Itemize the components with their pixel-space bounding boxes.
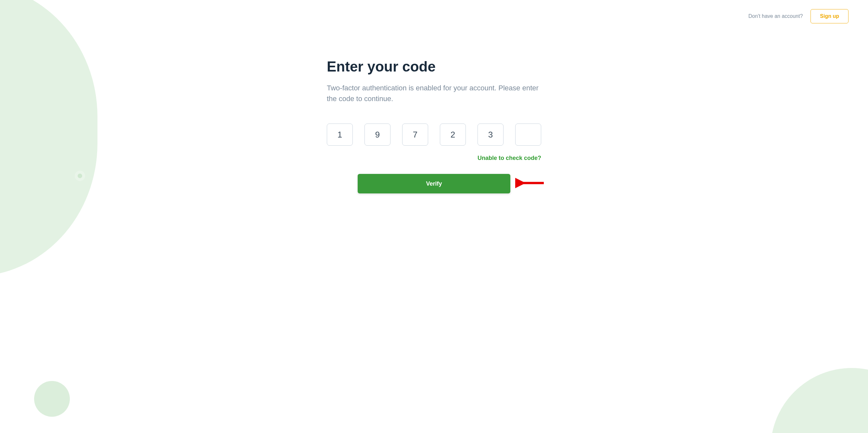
background-circle-small: [34, 381, 70, 417]
main-content: Enter your code Two-factor authenticatio…: [320, 59, 548, 194]
unable-to-check-link[interactable]: Unable to check code?: [477, 155, 541, 161]
page-subtitle: Two-factor authentication is enabled for…: [327, 83, 541, 104]
arrow-annotation-icon: [515, 176, 547, 191]
code-digit-5[interactable]: [477, 123, 503, 146]
code-digit-3[interactable]: [402, 123, 428, 146]
verify-button[interactable]: Verify: [358, 174, 510, 194]
code-digit-4[interactable]: [440, 123, 466, 146]
background-shape-left: [0, 0, 97, 276]
signup-prompt-text: Don't have an account?: [748, 13, 803, 19]
verify-button-container: Verify: [327, 174, 541, 194]
header: Don't have an account? Sign up: [0, 0, 868, 32]
code-digit-6[interactable]: [515, 123, 541, 146]
background-circle-tiny: [75, 171, 85, 181]
code-digit-2[interactable]: [365, 123, 391, 146]
code-input-group: [327, 123, 541, 146]
page-title: Enter your code: [327, 59, 541, 75]
code-digit-1[interactable]: [327, 123, 353, 146]
signup-button[interactable]: Sign up: [810, 9, 848, 23]
help-link-container: Unable to check code?: [327, 155, 541, 162]
background-shape-right: [771, 368, 868, 433]
